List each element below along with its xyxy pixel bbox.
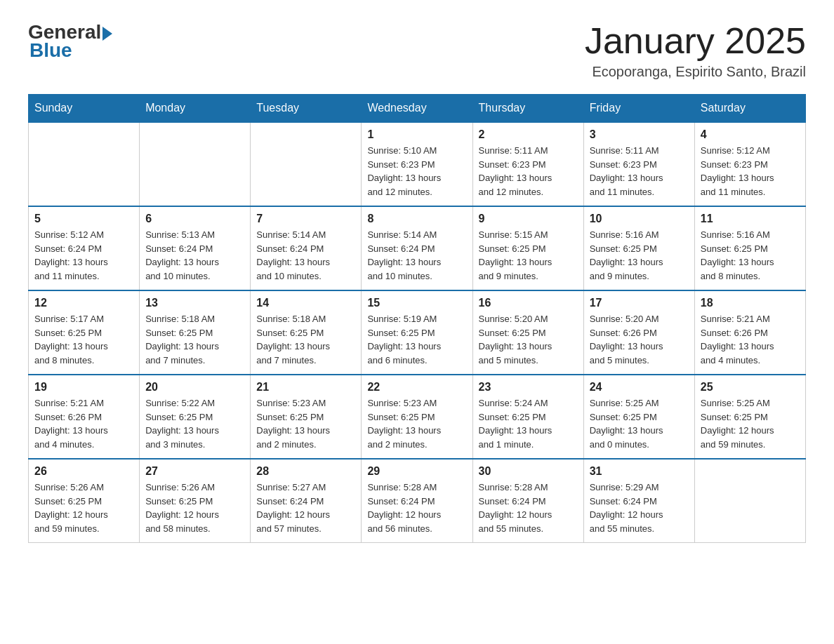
calendar-cell: 10Sunrise: 5:16 AM Sunset: 6:25 PM Dayli… [583,206,694,290]
calendar-cell: 24Sunrise: 5:25 AM Sunset: 6:25 PM Dayli… [583,375,694,459]
day-number: 23 [479,381,578,394]
day-number: 19 [34,381,133,394]
day-info: Sunrise: 5:20 AM Sunset: 6:26 PM Dayligh… [590,312,689,367]
header-saturday: Saturday [694,95,805,123]
calendar-cell [140,122,251,206]
day-number: 8 [367,213,466,225]
day-number: 1 [367,128,466,141]
day-number: 28 [256,465,355,478]
logo: General Blue [28,21,112,62]
day-info: Sunrise: 5:22 AM Sunset: 6:25 PM Dayligh… [145,396,244,451]
day-number: 26 [34,465,133,478]
title-area: January 2025 Ecoporanga, Espirito Santo,… [585,21,806,80]
calendar-cell: 11Sunrise: 5:16 AM Sunset: 6:25 PM Dayli… [694,206,805,290]
calendar-cell [694,459,805,543]
day-info: Sunrise: 5:18 AM Sunset: 6:25 PM Dayligh… [256,312,355,367]
calendar-cell: 2Sunrise: 5:11 AM Sunset: 6:23 PM Daylig… [472,122,583,206]
day-info: Sunrise: 5:20 AM Sunset: 6:25 PM Dayligh… [479,312,578,367]
day-number: 2 [479,128,578,141]
day-info: Sunrise: 5:10 AM Sunset: 6:23 PM Dayligh… [367,144,466,199]
day-info: Sunrise: 5:17 AM Sunset: 6:25 PM Dayligh… [34,312,133,367]
calendar-cell: 5Sunrise: 5:12 AM Sunset: 6:24 PM Daylig… [29,206,140,290]
calendar-cell [251,122,362,206]
location-subtitle: Ecoporanga, Espirito Santo, Brazil [585,64,806,80]
calendar-cell: 21Sunrise: 5:23 AM Sunset: 6:25 PM Dayli… [251,375,362,459]
day-number: 16 [479,297,578,309]
calendar-cell: 27Sunrise: 5:26 AM Sunset: 6:25 PM Dayli… [140,459,251,543]
logo-arrow-icon [102,27,112,41]
day-info: Sunrise: 5:21 AM Sunset: 6:26 PM Dayligh… [34,396,133,451]
calendar-cell: 22Sunrise: 5:23 AM Sunset: 6:25 PM Dayli… [362,375,472,459]
day-info: Sunrise: 5:14 AM Sunset: 6:24 PM Dayligh… [367,228,466,283]
day-number: 11 [701,213,800,225]
day-info: Sunrise: 5:28 AM Sunset: 6:24 PM Dayligh… [479,481,578,535]
calendar-cell: 30Sunrise: 5:28 AM Sunset: 6:24 PM Dayli… [472,459,583,543]
day-info: Sunrise: 5:25 AM Sunset: 6:25 PM Dayligh… [590,396,689,451]
calendar-cell: 23Sunrise: 5:24 AM Sunset: 6:25 PM Dayli… [472,375,583,459]
day-number: 21 [256,381,355,394]
calendar-cell: 16Sunrise: 5:20 AM Sunset: 6:25 PM Dayli… [472,290,583,375]
calendar-cell [29,122,140,206]
header-wednesday: Wednesday [362,95,472,123]
day-number: 20 [145,381,244,394]
header-tuesday: Tuesday [251,95,362,123]
calendar-cell: 13Sunrise: 5:18 AM Sunset: 6:25 PM Dayli… [140,290,251,375]
calendar-cell: 9Sunrise: 5:15 AM Sunset: 6:25 PM Daylig… [472,206,583,290]
day-number: 30 [479,465,578,478]
header-monday: Monday [140,95,251,123]
day-number: 24 [590,381,689,394]
day-number: 12 [34,297,133,309]
calendar-cell: 8Sunrise: 5:14 AM Sunset: 6:24 PM Daylig… [362,206,472,290]
day-info: Sunrise: 5:28 AM Sunset: 6:24 PM Dayligh… [367,481,466,535]
calendar-cell: 4Sunrise: 5:12 AM Sunset: 6:23 PM Daylig… [694,122,805,206]
day-info: Sunrise: 5:23 AM Sunset: 6:25 PM Dayligh… [256,396,355,451]
calendar-cell: 7Sunrise: 5:14 AM Sunset: 6:24 PM Daylig… [251,206,362,290]
day-number: 7 [256,213,355,225]
day-info: Sunrise: 5:26 AM Sunset: 6:25 PM Dayligh… [145,481,244,535]
header-sunday: Sunday [29,95,140,123]
day-number: 6 [145,213,244,225]
day-number: 13 [145,297,244,309]
calendar-cell: 15Sunrise: 5:19 AM Sunset: 6:25 PM Dayli… [362,290,472,375]
calendar-cell: 1Sunrise: 5:10 AM Sunset: 6:23 PM Daylig… [362,122,472,206]
calendar-cell: 20Sunrise: 5:22 AM Sunset: 6:25 PM Dayli… [140,375,251,459]
calendar-table: SundayMondayTuesdayWednesdayThursdayFrid… [28,94,806,543]
day-number: 17 [590,297,689,309]
day-number: 4 [701,128,800,141]
calendar-week-4: 19Sunrise: 5:21 AM Sunset: 6:26 PM Dayli… [29,375,806,459]
day-number: 3 [590,128,689,141]
calendar-cell: 3Sunrise: 5:11 AM Sunset: 6:23 PM Daylig… [583,122,694,206]
calendar-week-5: 26Sunrise: 5:26 AM Sunset: 6:25 PM Dayli… [29,459,806,543]
day-info: Sunrise: 5:11 AM Sunset: 6:23 PM Dayligh… [479,144,578,199]
month-title: January 2025 [585,21,806,61]
day-number: 25 [701,381,800,394]
calendar-week-3: 12Sunrise: 5:17 AM Sunset: 6:25 PM Dayli… [29,290,806,375]
header-friday: Friday [583,95,694,123]
day-info: Sunrise: 5:21 AM Sunset: 6:26 PM Dayligh… [701,312,800,367]
calendar-cell: 14Sunrise: 5:18 AM Sunset: 6:25 PM Dayli… [251,290,362,375]
day-number: 5 [34,213,133,225]
calendar-cell: 6Sunrise: 5:13 AM Sunset: 6:24 PM Daylig… [140,206,251,290]
day-info: Sunrise: 5:13 AM Sunset: 6:24 PM Dayligh… [145,228,244,283]
calendar-header-row: SundayMondayTuesdayWednesdayThursdayFrid… [29,95,806,123]
day-info: Sunrise: 5:16 AM Sunset: 6:25 PM Dayligh… [701,228,800,283]
day-number: 15 [367,297,466,309]
day-info: Sunrise: 5:15 AM Sunset: 6:25 PM Dayligh… [479,228,578,283]
calendar-cell: 26Sunrise: 5:26 AM Sunset: 6:25 PM Dayli… [29,459,140,543]
logo-blue-text: Blue [29,39,72,62]
day-number: 10 [590,213,689,225]
day-info: Sunrise: 5:27 AM Sunset: 6:24 PM Dayligh… [256,481,355,535]
day-number: 22 [367,381,466,394]
calendar-cell: 31Sunrise: 5:29 AM Sunset: 6:24 PM Dayli… [583,459,694,543]
calendar-cell: 19Sunrise: 5:21 AM Sunset: 6:26 PM Dayli… [29,375,140,459]
day-number: 29 [367,465,466,478]
calendar-cell: 28Sunrise: 5:27 AM Sunset: 6:24 PM Dayli… [251,459,362,543]
day-info: Sunrise: 5:14 AM Sunset: 6:24 PM Dayligh… [256,228,355,283]
calendar-cell: 29Sunrise: 5:28 AM Sunset: 6:24 PM Dayli… [362,459,472,543]
calendar-week-2: 5Sunrise: 5:12 AM Sunset: 6:24 PM Daylig… [29,206,806,290]
calendar-cell: 18Sunrise: 5:21 AM Sunset: 6:26 PM Dayli… [694,290,805,375]
day-number: 27 [145,465,244,478]
calendar-cell: 12Sunrise: 5:17 AM Sunset: 6:25 PM Dayli… [29,290,140,375]
day-info: Sunrise: 5:16 AM Sunset: 6:25 PM Dayligh… [590,228,689,283]
page-header: General Blue January 2025 Ecoporanga, Es… [28,21,806,80]
